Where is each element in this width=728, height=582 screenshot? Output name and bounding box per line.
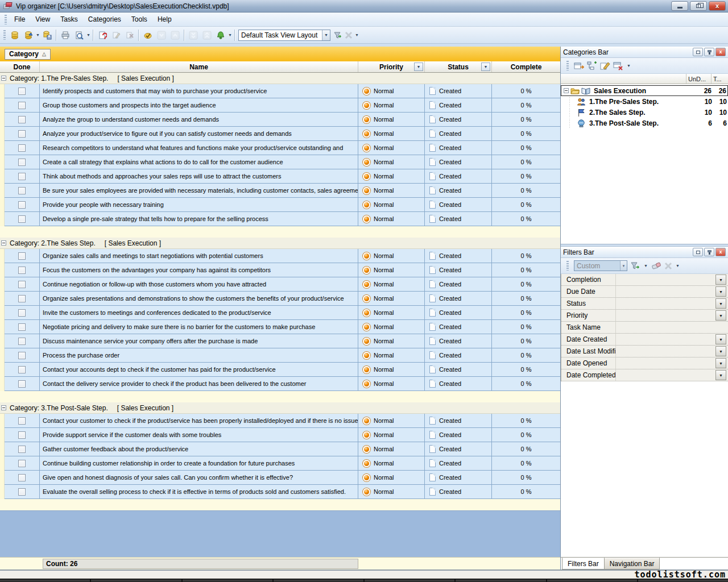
filter-dropdown-button[interactable]: ▼ <box>715 275 726 285</box>
done-checkbox[interactable] <box>18 201 26 209</box>
new-subcategory-button[interactable] <box>587 61 597 70</box>
menu-item-view[interactable]: View <box>30 13 55 26</box>
tab-filters-bar[interactable]: Filters Bar <box>562 558 605 569</box>
filter-value[interactable] <box>616 286 715 297</box>
collapse-icon[interactable] <box>1 76 6 81</box>
category-tree-item[interactable]: Sales Execution2626 <box>561 85 728 96</box>
done-checkbox[interactable] <box>18 380 26 388</box>
filters-restore-button[interactable] <box>693 248 703 256</box>
new-category-button[interactable] <box>574 61 584 70</box>
filter-dropdown-button[interactable]: ▼ <box>715 298 726 309</box>
category-tree-item[interactable]: 1.The Pre-Sales Step.1010 <box>561 96 728 107</box>
task-row[interactable]: Discuss maintenance service your company… <box>0 334 560 348</box>
filter-dropdown-button[interactable]: ▼ <box>715 346 726 356</box>
new-database-button[interactable] <box>8 28 22 42</box>
done-checkbox[interactable] <box>18 309 26 317</box>
categories-close-button[interactable]: x <box>715 48 726 56</box>
task-row[interactable]: Process the purchase orderNormalCreated0… <box>0 348 560 363</box>
layout-combo-arrow[interactable]: ▼ <box>322 30 330 40</box>
done-checkbox[interactable] <box>18 474 26 481</box>
clear-filter-button[interactable] <box>651 262 661 270</box>
filter-value[interactable] <box>616 357 715 369</box>
minimize-button[interactable] <box>671 1 688 11</box>
done-checkbox[interactable] <box>18 352 26 359</box>
task-row[interactable]: Negotiate pricing and delivery to make s… <box>0 320 560 334</box>
tab-navigation-bar[interactable]: Navigation Bar <box>604 558 660 569</box>
done-checkbox[interactable] <box>18 252 26 260</box>
collapse-icon[interactable] <box>1 405 6 410</box>
save-database-button[interactable] <box>40 28 54 42</box>
filter-preset-combo[interactable]: Custom ▼ <box>574 260 627 271</box>
category-tree-item[interactable]: 2.The Sales Step.1010 <box>561 107 728 118</box>
task-row[interactable]: Analyze the group to understand customer… <box>0 113 560 127</box>
status-filter-button[interactable]: ▼ <box>481 63 490 71</box>
task-row[interactable]: Organize sales presentations and demonst… <box>0 292 560 306</box>
task-row[interactable]: Organize sales calls and meetings to sta… <box>0 249 560 263</box>
done-checkbox[interactable] <box>18 102 26 109</box>
priority-filter-button[interactable]: ▼ <box>414 63 423 71</box>
delete-category-button[interactable] <box>613 61 623 70</box>
categories-restore-button[interactable] <box>693 48 703 56</box>
delete-layout-button[interactable] <box>343 28 354 42</box>
filter-value[interactable] <box>616 310 715 321</box>
task-row[interactable]: Think about methods and approaches your … <box>0 169 560 184</box>
task-row[interactable]: Develop a single pre-sale strategy that … <box>0 212 560 226</box>
done-checkbox[interactable] <box>18 173 26 180</box>
done-checkbox[interactable] <box>18 417 26 425</box>
filter-value[interactable] <box>616 334 715 345</box>
column-header-complete[interactable]: Complete <box>492 61 560 72</box>
print-button[interactable] <box>59 28 72 42</box>
task-row[interactable]: Group those customers and prospects into… <box>0 98 560 113</box>
task-row[interactable]: Invite the customers to meetings and con… <box>0 306 560 320</box>
task-row[interactable]: Create a call strategy that explains wha… <box>0 155 560 169</box>
column-header-priority[interactable]: Priority ▼ <box>358 61 425 72</box>
filter-dropdown-button[interactable]: ▼ <box>715 334 726 344</box>
done-checkbox[interactable] <box>18 446 26 453</box>
task-row[interactable]: Evaluate the overall selling process to … <box>0 485 560 499</box>
done-checkbox[interactable] <box>18 88 26 95</box>
delete-filter-button[interactable] <box>664 262 672 270</box>
category-group-row[interactable]: Category: 2.The Sales Step.[ Sales Execu… <box>0 238 560 249</box>
menu-item-categories[interactable]: Categories <box>83 13 126 26</box>
done-checkbox[interactable] <box>18 338 26 345</box>
filters-toolbar-dropdown[interactable]: ▼ <box>675 264 680 268</box>
menu-item-tools[interactable]: Tools <box>126 13 152 26</box>
task-row[interactable]: Give open and honest diagnosis of your s… <box>0 471 560 485</box>
done-checkbox[interactable] <box>18 215 26 223</box>
close-button[interactable]: x <box>709 1 726 11</box>
group-by-category-button[interactable]: Category △ <box>5 49 51 60</box>
column-header-status[interactable]: Status ▼ <box>425 61 492 72</box>
task-row[interactable]: Analyze your product/service to figure o… <box>0 127 560 141</box>
category-group-row[interactable]: Category: 3.The Post-Sale Step.[ Sales E… <box>0 402 560 414</box>
filter-value[interactable] <box>616 298 715 309</box>
edit-category-button[interactable] <box>600 61 610 70</box>
filters-close-button[interactable]: x <box>715 248 726 256</box>
print-dropdown[interactable]: ▼ <box>86 33 91 37</box>
done-checkbox[interactable] <box>18 130 26 138</box>
filter-dropdown-button[interactable]: ▼ <box>715 358 726 368</box>
edit-task-button[interactable] <box>109 28 123 42</box>
done-checkbox[interactable] <box>18 281 26 288</box>
menu-item-help[interactable]: Help <box>152 13 177 26</box>
task-row[interactable]: Continue negotiation or follow-up with t… <box>0 277 560 292</box>
save-layout-button[interactable] <box>332 28 343 42</box>
task-row[interactable]: Research competitors to understand what … <box>0 141 560 155</box>
save-filter-dropdown[interactable]: ▼ <box>643 264 648 268</box>
task-row[interactable]: Provide support service if the customer … <box>0 428 560 442</box>
task-row[interactable]: Contact your customer to check if the pr… <box>0 414 560 428</box>
categories-toolbar-dropdown[interactable]: ▼ <box>626 64 631 68</box>
menu-item-tasks[interactable]: Tasks <box>55 13 83 26</box>
open-database-button[interactable] <box>22 28 35 42</box>
task-row[interactable]: Focus the customers on the advantages yo… <box>0 263 560 277</box>
move-bottom-button[interactable] <box>187 28 200 42</box>
task-row[interactable]: Continue building customer relationship … <box>0 456 560 471</box>
done-checkbox[interactable] <box>18 460 26 467</box>
done-checkbox[interactable] <box>18 488 26 496</box>
complete-task-button[interactable] <box>141 28 155 42</box>
column-header-name[interactable]: Name <box>40 61 358 72</box>
done-checkbox[interactable] <box>18 323 26 331</box>
menu-item-file[interactable]: File <box>9 13 30 26</box>
open-database-dropdown[interactable]: ▼ <box>35 33 40 37</box>
done-checkbox[interactable] <box>18 144 26 152</box>
task-row[interactable]: Contact the delivery service provider to… <box>0 377 560 391</box>
